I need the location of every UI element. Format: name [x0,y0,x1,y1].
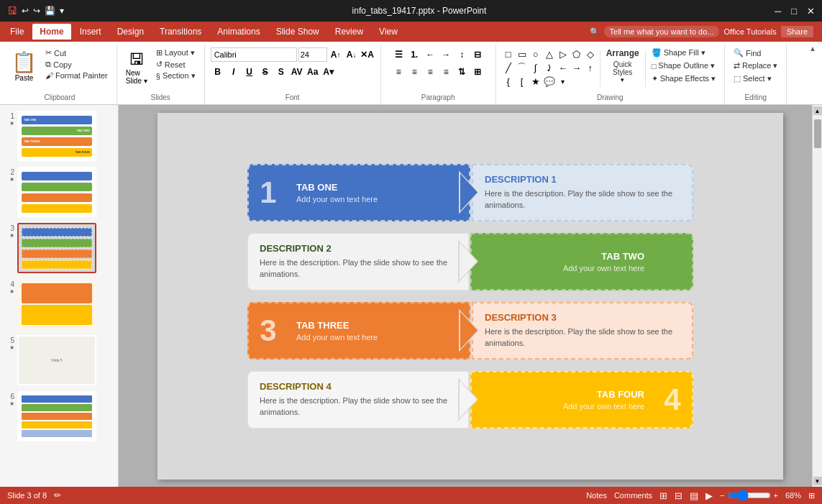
tab-review[interactable]: Review [328,24,370,40]
shape-arrow[interactable]: ▷ [557,47,570,60]
redo-btn[interactable]: ↪ [33,6,40,16]
shape-triangle[interactable]: △ [543,47,556,60]
shape-line[interactable]: ╱ [502,61,515,74]
zoom-slider[interactable]: − + [720,490,778,501]
close-btn[interactable]: ✕ [807,6,815,17]
comments-btn[interactable]: Comments [614,491,652,500]
shape-star[interactable]: ★ [529,75,542,88]
increase-indent-btn[interactable]: → [439,47,453,62]
view-slide-sorter-btn[interactable]: ⊟ [675,490,682,501]
char-spacing-btn[interactable]: AV [290,65,304,79]
change-case-btn[interactable]: Aa [306,65,320,79]
slide-3-image[interactable] [17,223,96,273]
tell-me-input[interactable]: Tell me what you want to do... [604,26,720,37]
zoom-in-btn[interactable]: + [774,491,778,500]
shadow-btn[interactable]: S [274,65,288,79]
quick-styles-button[interactable]: Quick Styles ▾ [613,60,632,83]
font-color-btn[interactable]: A▾ [321,65,336,79]
view-reading-btn[interactable]: ▤ [690,490,698,501]
slide-5-image[interactable]: Slide 5 [17,335,96,385]
undo-btn[interactable]: ↩ [22,6,29,16]
shape-rect[interactable]: □ [502,47,515,60]
find-button[interactable]: 🔍 Find [731,47,780,58]
font-size-input[interactable] [298,47,327,62]
increase-font-btn[interactable]: A↑ [329,47,343,62]
maximize-btn[interactable]: □ [791,6,797,17]
vertical-scrollbar[interactable]: ▲ ▼ [812,105,822,487]
scroll-up-btn[interactable]: ▲ [813,106,822,115]
shape-bracket[interactable]: [ [516,75,529,88]
shape-more[interactable]: ▾ [557,75,570,88]
slide-2-image[interactable] [17,167,96,217]
shape-arc[interactable]: ⌒ [516,61,529,74]
shape-effects-button[interactable]: ✦ Shape Effects ▾ [649,73,718,84]
italic-btn[interactable]: I [227,65,241,79]
bullets-btn[interactable]: ☰ [391,47,406,62]
slide-6-image[interactable] [17,391,96,441]
clear-format-btn[interactable]: ✕A [360,47,375,62]
collapse-ribbon-btn[interactable]: ▲ [809,45,816,52]
format-painter-button[interactable]: 🖌 Format Painter [42,70,111,81]
copy-button[interactable]: ⧉ Copy [42,59,111,70]
align-center-btn[interactable]: ≡ [407,65,421,79]
tab-transitions[interactable]: Transitions [152,24,209,40]
zoom-out-btn[interactable]: − [720,491,724,500]
save-btn[interactable]: 💾 [45,6,55,16]
align-right-btn[interactable]: ≡ [423,65,437,79]
slide-4-thumb[interactable]: 4 ★ [4,279,114,329]
shape-curve[interactable]: ∫ [529,61,542,74]
shape-oval[interactable]: ○ [529,47,542,60]
align-left-btn[interactable]: ≡ [391,65,406,79]
select-button[interactable]: ⬚ Select ▾ [731,73,780,84]
slide-3-thumb[interactable]: 3 ★ [4,223,114,273]
numbering-btn[interactable]: 1. [407,47,421,62]
shape-diamond[interactable]: ◇ [584,47,597,60]
office-tutorials-btn[interactable]: Office Tutorials [723,27,776,36]
shape-connector[interactable]: ⤸ [543,61,556,74]
tab-file[interactable]: File [3,24,31,40]
shape-up-arrow[interactable]: ↑ [584,61,597,74]
shape-rounded-rect[interactable]: ▭ [516,47,529,60]
columns-btn[interactable]: ⊟ [470,47,485,62]
shape-callout[interactable]: 💬 [543,75,556,88]
shape-outline-button[interactable]: □ Shape Outline ▾ [649,60,718,71]
shape-pentagon[interactable]: ⬠ [570,47,583,60]
slide-1-thumb[interactable]: 1 ★ TAB ONE TAB TWO TAB THREE TAB FOUR [4,111,114,161]
text-direction-btn[interactable]: ⇅ [455,65,469,79]
cut-button[interactable]: ✂ Cut [42,47,111,58]
slide-5-thumb[interactable]: 5 ★ Slide 5 [4,335,114,385]
share-btn[interactable]: Share [781,26,813,37]
decrease-font-btn[interactable]: A↓ [344,47,359,62]
line-spacing-btn[interactable]: ↕ [455,47,469,62]
slide-4-image[interactable] [17,279,96,329]
paste-button[interactable]: 📋 Paste [9,47,40,85]
shape-left-arrow[interactable]: ← [557,61,570,74]
arrange-button[interactable]: Arrange [603,47,642,59]
tab-design[interactable]: Design [110,24,151,40]
view-normal-btn[interactable]: ⊞ [659,490,667,501]
reset-button[interactable]: ↺ Reset [153,59,198,70]
underline-btn[interactable]: U [242,65,257,79]
tab-home[interactable]: Home [32,24,70,40]
fit-page-btn[interactable]: ⊞ [808,491,815,500]
minimize-btn[interactable]: ─ [775,6,781,17]
shape-fill-button[interactable]: 🪣 Shape Fill ▾ [649,47,718,58]
new-slide-button[interactable]: 🖫 NewSlide ▾ [123,47,150,88]
scroll-thumb[interactable] [814,119,821,148]
tab-insert[interactable]: Insert [73,24,109,40]
notes-btn[interactable]: Notes [586,491,607,500]
justify-btn[interactable]: ≡ [439,65,453,79]
slide-6-thumb[interactable]: 6 ★ [4,391,114,441]
view-slideshow-btn[interactable]: ▶ [705,490,713,501]
tab-view[interactable]: View [372,24,405,40]
tab-slideshow[interactable]: Slide Show [269,24,326,40]
layout-button[interactable]: ⊞ Layout ▾ [153,47,198,58]
replace-button[interactable]: ⇄ Replace ▾ [731,60,780,71]
strikethrough-btn[interactable]: S [258,65,273,79]
shape-right-arrow[interactable]: → [570,61,583,74]
font-name-input[interactable] [211,47,297,62]
decrease-indent-btn[interactable]: ← [423,47,437,62]
zoom-range[interactable] [728,490,771,501]
canvas-area[interactable]: 1 TAB ONE Add your own text here [119,105,822,487]
slide-2-thumb[interactable]: 2 ★ [4,167,114,217]
